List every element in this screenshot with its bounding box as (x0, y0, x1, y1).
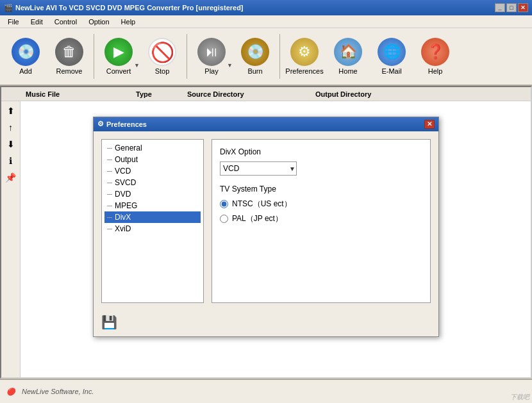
divx-option-select[interactable]: VCD SVCD DVD MPEG (220, 161, 297, 176)
convert-button[interactable]: ▶ ▼ Convert (98, 31, 139, 82)
settings-panel: DivX Option VCD SVCD DVD MPEG ▼ (212, 139, 431, 303)
help-button[interactable]: ❓ Help (415, 31, 456, 82)
tree-item-general[interactable]: General (104, 142, 201, 154)
home-button[interactable]: 🏠 Home (328, 31, 369, 82)
ntsc-radio-input[interactable] (220, 200, 228, 208)
col-header-music: Music File (21, 90, 136, 98)
dialog-overlay: ⚙ Preferences ✕ General Output VCD SVCD … (1, 101, 531, 377)
file-list-header: Music File Type Source Directory Output … (1, 87, 531, 101)
preferences-button[interactable]: ⚙ Preferences (284, 31, 325, 82)
preferences-dialog: ⚙ Preferences ✕ General Output VCD SVCD … (93, 117, 439, 337)
status-bar: 🔴 NewLive Software, Inc. 下载吧 (0, 379, 532, 403)
pal-radio-item[interactable]: PAL（JP ect） (220, 213, 422, 224)
tree-item-mpeg[interactable]: MPEG (104, 200, 201, 211)
col-header-source: Source Directory (187, 90, 315, 98)
window-controls: _ □ ✕ (495, 3, 528, 12)
tree-item-vcd[interactable]: VCD (104, 165, 201, 177)
stop-button[interactable]: 🚫 Stop (142, 31, 183, 82)
play-icon: ⏯ (197, 38, 226, 66)
tv-system-radio-group: NTSC（US ect） PAL（JP ect） (220, 199, 422, 224)
menu-edit[interactable]: Edit (26, 17, 48, 27)
ntsc-radio-item[interactable]: NTSC（US ect） (220, 199, 422, 210)
pal-radio-input[interactable] (220, 215, 228, 223)
stop-icon: 🚫 (148, 38, 176, 66)
home-label: Home (338, 67, 357, 75)
email-button[interactable]: 🌐 E-Mail (371, 31, 412, 82)
tree-item-svcd[interactable]: SVCD (104, 177, 201, 188)
pal-radio-label: PAL（JP ect） (232, 213, 283, 224)
help-icon: ❓ (421, 38, 449, 66)
remove-button[interactable]: 🗑 Remove (49, 31, 90, 82)
convert-label: Convert (106, 67, 131, 75)
help-label: Help (428, 67, 443, 75)
play-label: Play (204, 67, 218, 75)
email-label: E-Mail (381, 67, 401, 75)
add-icon: 💿 (12, 38, 40, 66)
save-icon[interactable]: 💾 (101, 315, 117, 330)
burn-icon: 💿 (241, 38, 269, 66)
col-header-output: Output Directory (315, 90, 531, 98)
menu-option[interactable]: Option (83, 17, 114, 27)
separator-2 (187, 34, 187, 79)
remove-icon: 🗑 (55, 38, 83, 66)
menu-control[interactable]: Control (49, 17, 82, 27)
dialog-title-left: ⚙ Preferences (97, 120, 147, 128)
divx-dropdown-container: VCD SVCD DVD MPEG ▼ (220, 161, 297, 176)
dialog-close-button[interactable]: ✕ (424, 120, 435, 129)
play-button[interactable]: ⏯ ▼ Play (191, 31, 232, 82)
dialog-footer: 💾 (94, 311, 438, 336)
maximize-button[interactable]: □ (506, 3, 517, 12)
preferences-icon: ⚙ (290, 38, 319, 66)
email-icon: 🌐 (378, 38, 406, 66)
dialog-title-icon: ⚙ (97, 120, 104, 128)
separator-3 (279, 34, 280, 79)
minimize-button[interactable]: _ (495, 3, 505, 12)
close-button[interactable]: ✕ (518, 3, 528, 12)
menu-help[interactable]: Help (116, 17, 141, 27)
tv-system-title: TV System Type (220, 185, 422, 193)
play-dropdown-arrow: ▼ (227, 62, 233, 69)
app-icon: 🎬 (4, 4, 13, 12)
separator-1 (94, 34, 94, 79)
divx-dropdown-wrapper: VCD SVCD DVD MPEG ▼ (220, 161, 422, 176)
tree-item-divx[interactable]: DivX (104, 211, 201, 223)
menu-bar: File Edit Control Option Help (0, 15, 532, 28)
app-title: NewLive AVI To VCD SVCD DVD MPEG Convert… (15, 4, 244, 12)
convert-dropdown-arrow: ▼ (134, 62, 140, 69)
status-logo-icon: 🔴 (6, 388, 15, 396)
status-text: NewLive Software, Inc. (22, 388, 94, 395)
divx-option-title: DivX Option (220, 147, 422, 156)
tree-item-dvd[interactable]: DVD (104, 188, 201, 200)
tree-item-xvid[interactable]: XviD (104, 223, 201, 234)
watermark: 下载吧 (510, 393, 529, 402)
col-header-type: Type (136, 90, 187, 98)
burn-button[interactable]: 💿 Burn (235, 31, 276, 82)
preferences-label: Preferences (285, 67, 323, 75)
remove-label: Remove (56, 67, 83, 75)
burn-label: Burn (247, 67, 262, 75)
home-icon: 🏠 (334, 38, 362, 66)
stop-label: Stop (155, 67, 170, 75)
tree-panel: General Output VCD SVCD DVD MPEG DivX Xv… (101, 139, 204, 303)
menu-file[interactable]: File (3, 17, 24, 27)
dialog-title-text: Preferences (106, 120, 147, 128)
convert-icon: ▶ (104, 38, 133, 66)
title-bar: 🎬 NewLive AVI To VCD SVCD DVD MPEG Conve… (0, 0, 532, 15)
add-button[interactable]: 💿 Add (5, 31, 46, 82)
dialog-body: General Output VCD SVCD DVD MPEG DivX Xv… (94, 131, 438, 311)
add-label: Add (19, 67, 32, 75)
toolbar: 💿 Add 🗑 Remove ▶ ▼ Convert 🚫 Stop ⏯ ▼ Pl… (0, 28, 532, 86)
dialog-title-bar: ⚙ Preferences ✕ (94, 117, 438, 131)
ntsc-radio-label: NTSC（US ect） (232, 199, 292, 210)
tree-item-output[interactable]: Output (104, 154, 201, 165)
